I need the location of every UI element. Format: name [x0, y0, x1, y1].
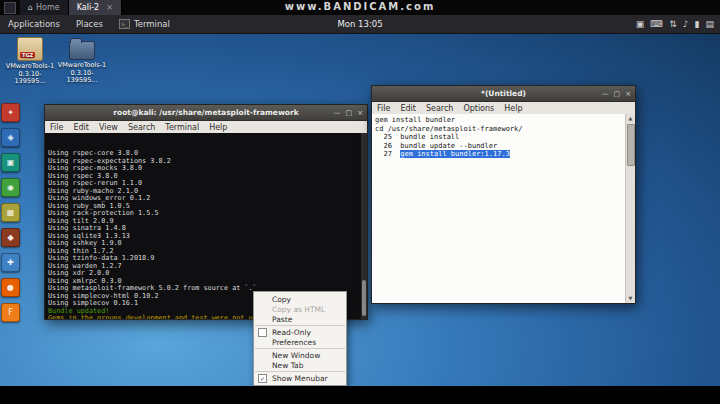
indicator-icon[interactable]: ▣	[636, 19, 645, 29]
editor-window: *(Untitled) — ▢ × File Edit Search Optio…	[371, 85, 636, 304]
menu-help[interactable]: Help	[204, 123, 232, 132]
close-tab-icon[interactable]: ×	[106, 3, 113, 12]
editor-line-number: 25	[375, 133, 400, 141]
battery-icon[interactable]: ▮	[695, 19, 700, 29]
context-menu-item-label: Copy as HTML	[272, 305, 325, 314]
top-panel: Applications Places >_ Terminal Mon 13:0…	[0, 15, 720, 34]
archive-file-icon: TGZ	[17, 37, 43, 61]
context-menu-item-read-only[interactable]: Read-Only	[254, 327, 346, 337]
editor-selected-text: gem install bundler:1.17.3	[400, 150, 510, 158]
close-icon[interactable]: ×	[357, 109, 363, 117]
scroll-up-icon[interactable]: ▲	[626, 114, 635, 123]
menu-separator	[255, 348, 345, 349]
desktop-icon-vmwaretools-folder[interactable]: VMwareTools-1 0.3.10-139595...	[56, 37, 108, 85]
context-menu-item-show-menubar[interactable]: ✓Show Menubar	[254, 373, 346, 383]
dock-icon-launcher-2[interactable]: ◈	[1, 128, 20, 147]
desktop-icon-vmwaretools-archive[interactable]: TGZ VMwareTools-1 0.3.10-139595...	[4, 37, 56, 86]
recorder-tab-bar: ⌂ Home Kali-2 × www.BANDICAM.com	[0, 0, 720, 15]
terminal-icon: >_	[119, 19, 130, 29]
context-menu-item-label: Copy	[272, 295, 291, 304]
editor-body[interactable]: gem install bundlercd /usr/share/metaspl…	[372, 114, 626, 303]
menu-places-label: Places	[76, 19, 103, 29]
editor-line-text: bundle install	[400, 133, 459, 141]
checkbox-checked-icon: ✓	[258, 374, 267, 383]
dock-icon-launcher-7[interactable]: ✚	[1, 253, 20, 272]
dock-icon-launcher-6[interactable]: ◆	[1, 228, 20, 247]
menu-search[interactable]: Search	[421, 104, 458, 113]
close-icon[interactable]: ×	[625, 90, 631, 98]
context-menu-item-new-tab[interactable]: New Tab	[254, 360, 346, 370]
network-icon[interactable]: ⇅	[669, 19, 677, 29]
editor-line: cd /usr/share/metasploit-framework/	[375, 125, 626, 134]
dock: ✦◈▣◉▦◆✚●F	[1, 103, 20, 322]
keyboard-icon[interactable]: ⌨	[650, 19, 663, 29]
context-menu-item-label: Preferences	[272, 338, 316, 347]
dock-icon-launcher-3[interactable]: ▣	[1, 153, 20, 172]
minimize-icon[interactable]: —	[602, 90, 609, 98]
menu-terminal[interactable]: Terminal	[160, 123, 204, 132]
editor-line-text: cd /usr/share/metasploit-framework/	[375, 125, 523, 133]
editor-line: gem install bundler	[375, 116, 626, 125]
menu-edit[interactable]: Edit	[395, 104, 421, 113]
menu-terminal-app[interactable]: >_ Terminal	[111, 15, 178, 33]
menu-edit[interactable]: Edit	[68, 123, 94, 132]
clock[interactable]: Mon 13:05	[337, 19, 382, 29]
editor-title: *(Untitled)	[372, 89, 635, 98]
menu-view[interactable]: View	[94, 123, 123, 132]
editor-line-number: 27	[375, 150, 400, 158]
window-controls: — ▢ ×	[334, 105, 364, 120]
dock-icon-launcher-9[interactable]: F	[1, 303, 20, 322]
minimize-icon[interactable]: —	[334, 109, 341, 117]
tab-home[interactable]: ⌂ Home	[20, 0, 69, 15]
editor-line-text: gem install bundler	[375, 116, 455, 124]
app-icon	[4, 2, 16, 14]
volume-icon[interactable]: ♪	[683, 19, 689, 29]
scrollbar-thumb[interactable]	[627, 124, 635, 166]
context-menu-item-paste[interactable]: Paste	[254, 314, 346, 324]
bottom-bar	[0, 386, 720, 404]
dock-icon-launcher-5[interactable]: ▦	[1, 203, 20, 222]
tab-kali-2[interactable]: Kali-2 ×	[69, 0, 122, 15]
dock-icon-launcher-1[interactable]: ✦	[1, 103, 20, 122]
context-menu-item-label: Paste	[272, 315, 292, 324]
editor-line: 25 bundle install	[375, 133, 626, 142]
system-tray: ▣⌨⇅♪▮▤	[636, 19, 714, 29]
menu-places[interactable]: Places	[68, 15, 111, 33]
editor-titlebar[interactable]: *(Untitled) — ▢ ×	[372, 86, 635, 102]
scrollbar-thumb[interactable]	[362, 280, 366, 316]
context-menu-item-new-window[interactable]: New Window	[254, 350, 346, 360]
window-controls: — ▢ ×	[602, 86, 632, 101]
terminal-window: root@kali: /usr/share/metasploit-framewo…	[44, 104, 368, 320]
terminal-titlebar[interactable]: root@kali: /usr/share/metasploit-framewo…	[45, 105, 367, 121]
maximize-icon[interactable]: ▢	[346, 109, 353, 117]
terminal-context-menu: CopyCopy as HTMLPasteRead-OnlyPreference…	[253, 291, 347, 386]
menu-applications[interactable]: Applications	[0, 15, 68, 33]
editor-scrollbar[interactable]: ▲ ▼	[625, 114, 635, 303]
menu-separator	[255, 371, 345, 372]
screen: ⌂ Home Kali-2 × www.BANDICAM.com Applica…	[0, 0, 720, 404]
dock-icon-firefox[interactable]: ●	[1, 278, 20, 297]
scroll-down-icon[interactable]: ▼	[626, 294, 635, 303]
menu-file[interactable]: File	[372, 104, 395, 113]
menu-search[interactable]: Search	[123, 123, 160, 132]
folder-tab	[70, 38, 82, 43]
maximize-icon[interactable]: ▢	[614, 90, 621, 98]
editor-text: gem install bundlercd /usr/share/metaspl…	[375, 116, 626, 159]
folder-icon	[69, 41, 95, 60]
menu-file[interactable]: File	[45, 123, 68, 132]
home-icon: ⌂	[28, 3, 33, 12]
terminal-scrollbar[interactable]	[361, 133, 367, 319]
context-menu-item-preferences[interactable]: Preferences	[254, 337, 346, 347]
menu-help[interactable]: Help	[499, 104, 527, 113]
clipboard-icon[interactable]: ▤	[705, 19, 714, 29]
context-menu-item-copy-as-html: Copy as HTML	[254, 304, 346, 314]
editor-line: 26 bundle update --bundler	[375, 142, 626, 151]
checkbox-unchecked-icon	[258, 328, 267, 337]
menu-options[interactable]: Options	[458, 104, 499, 113]
editor-line: 27 gem install bundler:1.17.3	[375, 150, 626, 159]
desktop-icon-label: 0.3.10-139595...	[4, 71, 56, 86]
desktop[interactable]: TGZ VMwareTools-1 0.3.10-139595... VMwar…	[0, 33, 720, 386]
dock-icon-launcher-4[interactable]: ◉	[1, 178, 20, 197]
tab-label: Kali-2	[77, 3, 99, 12]
context-menu-item-copy[interactable]: Copy	[254, 294, 346, 304]
